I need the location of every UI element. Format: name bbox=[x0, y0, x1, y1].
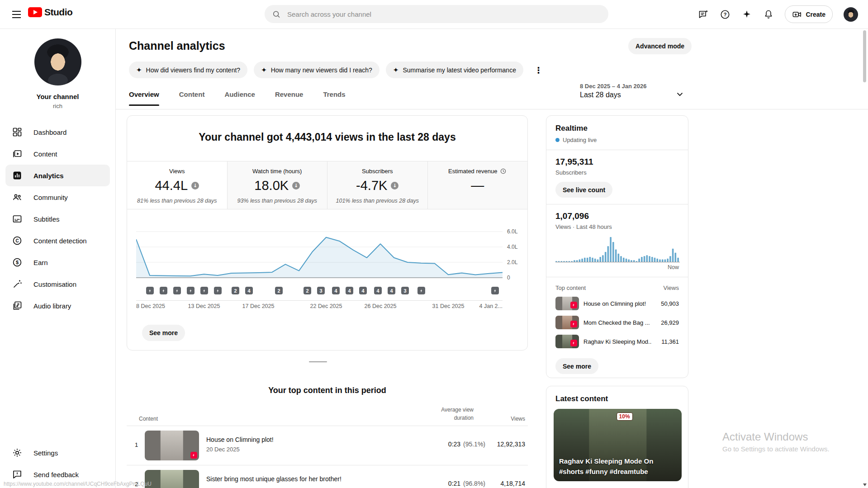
tab-audience[interactable]: Audience bbox=[224, 90, 255, 106]
table-row[interactable]: 1 House on Climning plot! 20 Dec 2025 0:… bbox=[127, 426, 528, 465]
main-content: Channel analytics Advanced mode ✦ How di… bbox=[115, 28, 868, 488]
videos-publish-marker[interactable]: 2 bbox=[275, 287, 283, 294]
divider bbox=[546, 204, 688, 204]
latest-video-thumbnail[interactable]: 10% Raghav Ki Sleeping Mode On #shorts #… bbox=[554, 409, 682, 481]
metric-label: Views bbox=[127, 168, 227, 175]
metric-watch-time[interactable]: Watch time (hours) 18.0K ↓ 93% less than… bbox=[228, 161, 328, 209]
realtime-content-item[interactable]: Mom Checked the Bag ... 26,929 bbox=[555, 316, 679, 329]
videos-publish-marker[interactable]: 4 bbox=[245, 287, 253, 294]
videos-publish-marker[interactable]: 4 bbox=[359, 287, 367, 294]
videos-publish-marker[interactable]: 2 bbox=[232, 287, 239, 294]
youtube-studio-logo[interactable]: Studio bbox=[28, 7, 72, 18]
channel-avatar[interactable] bbox=[34, 38, 81, 85]
videos-publish-marker[interactable]: 4 bbox=[332, 287, 340, 294]
videos-publish-marker[interactable]: 4 bbox=[388, 287, 395, 294]
chevron-down-icon bbox=[675, 89, 685, 99]
column-views: Views bbox=[511, 416, 525, 422]
videos-publish-marker[interactable]: 3 bbox=[317, 287, 325, 294]
see-more-button[interactable]: See more bbox=[142, 325, 185, 341]
create-button[interactable]: Create bbox=[785, 5, 833, 23]
videos-publish-marker[interactable]: 4 bbox=[346, 287, 353, 294]
realtime-top-content-header: Top content Views bbox=[555, 284, 679, 291]
y-tick-label: 4.0L bbox=[507, 244, 517, 250]
metric-views[interactable]: Views 44.4L ↓ 81% less than previous 28 … bbox=[127, 161, 228, 209]
shorts-publish-marker[interactable] bbox=[417, 287, 425, 294]
shorts-publish-marker[interactable] bbox=[200, 287, 208, 294]
ai-sparkle-icon[interactable] bbox=[741, 9, 752, 20]
sidebar-item-community[interactable]: Community bbox=[0, 186, 115, 208]
resize-handle[interactable] bbox=[309, 361, 327, 362]
scrollbar-thumb[interactable] bbox=[863, 30, 866, 82]
video-title[interactable]: Sister bring most unique glasses for her… bbox=[206, 475, 342, 483]
chip-new-viewers-reach[interactable]: ✦ How many new viewers did I reach? bbox=[254, 62, 379, 78]
sidebar-item-label: Dashboard bbox=[33, 128, 66, 136]
shorts-publish-marker[interactable] bbox=[146, 287, 154, 294]
video-title[interactable]: House on Climning plot! bbox=[206, 436, 274, 443]
sidebar-item-earn[interactable]: $ Earn bbox=[0, 251, 115, 273]
sidebar-item-settings[interactable]: Settings bbox=[0, 442, 115, 464]
community-icon bbox=[12, 192, 23, 203]
sidebar-item-label: Audio library bbox=[33, 302, 71, 310]
help-icon[interactable]: ? bbox=[720, 9, 730, 20]
chip-summarise-performance[interactable]: ✦ Summarise my latest video performance bbox=[386, 62, 523, 78]
videos-publish-marker[interactable]: 4 bbox=[374, 287, 382, 294]
sparkle-icon: ✦ bbox=[136, 66, 142, 74]
notifications-bell-icon[interactable] bbox=[763, 9, 774, 20]
chart-axis-divider bbox=[136, 300, 503, 301]
sparkle-icon: ✦ bbox=[261, 66, 267, 74]
see-live-count-button[interactable]: See live count bbox=[555, 182, 612, 198]
hamburger-menu-icon[interactable] bbox=[10, 8, 23, 21]
search-bar[interactable] bbox=[265, 5, 608, 23]
shorts-publish-marker[interactable] bbox=[160, 287, 167, 294]
more-options-kebab-icon[interactable]: ⋮ bbox=[530, 65, 547, 75]
sidebar-item-customisation[interactable]: Customisation bbox=[0, 273, 115, 295]
sidebar-item-label: Customisation bbox=[33, 280, 76, 288]
realtime-see-more-button[interactable]: See more bbox=[555, 358, 598, 374]
video-title: House on Climning plot! bbox=[583, 300, 651, 307]
tab-trends[interactable]: Trends bbox=[323, 90, 345, 106]
chip-how-did-viewers-find[interactable]: ✦ How did viewers find my content? bbox=[129, 62, 247, 78]
video-thumbnail bbox=[145, 470, 199, 488]
tab-content[interactable]: Content bbox=[179, 90, 205, 106]
sidebar-item-label: Community bbox=[33, 194, 68, 201]
tab-overview[interactable]: Overview bbox=[129, 90, 159, 106]
sidebar-item-subtitles[interactable]: Subtitles bbox=[0, 208, 115, 230]
search-input[interactable] bbox=[286, 10, 601, 19]
metric-label: Estimated revenue bbox=[428, 168, 528, 175]
table-row[interactable]: 2 Sister bring most unique glasses for h… bbox=[127, 465, 528, 488]
videos-publish-marker[interactable]: 3 bbox=[401, 287, 409, 294]
search-icon bbox=[272, 9, 281, 19]
metric-value: -4.7K ↓ bbox=[327, 178, 427, 193]
table-header: Content Average view duration Views bbox=[127, 405, 528, 426]
browser-status-url: https://www.youtube.com/channel/UCqCH9ce… bbox=[4, 481, 152, 487]
scroll-down-arrow-icon[interactable] bbox=[863, 483, 867, 486]
top-content-table: Content Average view duration Views 1 Ho… bbox=[127, 405, 528, 488]
shorts-publish-marker[interactable] bbox=[187, 287, 194, 294]
sidebar-item-analytics[interactable]: Analytics bbox=[5, 165, 110, 186]
shorts-publish-marker[interactable] bbox=[214, 287, 222, 294]
chip-label: How many new viewers did I reach? bbox=[271, 66, 372, 74]
metric-value: — bbox=[428, 178, 528, 193]
magic-wand-icon bbox=[12, 279, 23, 289]
page-scrollbar[interactable] bbox=[862, 28, 868, 488]
advanced-mode-button[interactable]: Advanced mode bbox=[628, 38, 692, 54]
videos-publish-marker[interactable]: 2 bbox=[304, 287, 311, 294]
sidebar-item-audio-library[interactable]: Audio library bbox=[0, 295, 115, 317]
metric-subscribers[interactable]: Subscribers -4.7K ↓ 101% less than previ… bbox=[327, 161, 428, 209]
date-range-selector[interactable]: 8 Dec 2025 – 4 Jan 2026 Last 28 days bbox=[580, 83, 685, 99]
sidebar-item-dashboard[interactable]: Dashboard bbox=[0, 121, 115, 143]
shorts-publish-marker[interactable] bbox=[173, 287, 181, 294]
chart-y-axis-labels: 6.0L4.0L2.0L0 bbox=[507, 224, 527, 284]
shorts-publish-marker[interactable] bbox=[491, 287, 499, 294]
sidebar-item-content-detection[interactable]: C Content detection bbox=[0, 230, 115, 251]
views-count: 26,929 bbox=[661, 319, 679, 326]
tab-revenue[interactable]: Revenue bbox=[275, 90, 304, 106]
topbar-actions: ? Create bbox=[698, 0, 858, 28]
realtime-content-item[interactable]: Raghav Ki Sleeping Mod... 11,361 bbox=[555, 335, 679, 348]
sidebar-item-content[interactable]: Content bbox=[0, 143, 115, 165]
sidebar-item-label: Send feedback bbox=[33, 471, 79, 479]
realtime-content-item[interactable]: House on Climning plot! 50,903 bbox=[555, 297, 679, 310]
account-avatar[interactable] bbox=[844, 7, 858, 22]
metric-estimated-revenue[interactable]: Estimated revenue — bbox=[428, 161, 528, 209]
feedback-sparkle-icon[interactable] bbox=[698, 9, 709, 20]
